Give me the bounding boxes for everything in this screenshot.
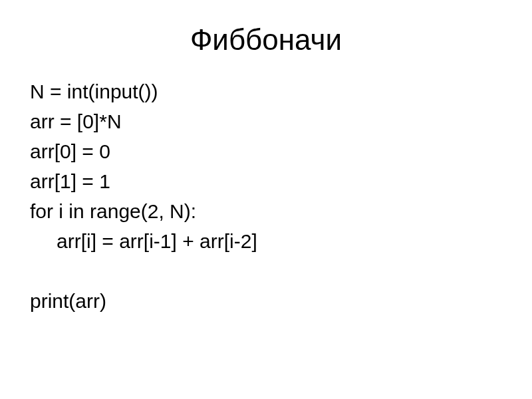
code-line: print(arr) [30,286,505,316]
code-line: arr[1] = 1 [30,166,505,196]
slide-container: Фиббоначи N = int(input()) arr = [0]*N a… [0,0,532,399]
code-line: N = int(input()) [30,76,505,106]
code-line-indented: arr[i] = arr[i-1] + arr[i-2] [30,226,505,256]
code-line: arr = [0]*N [30,106,505,136]
code-block: N = int(input()) arr = [0]*N arr[0] = 0 … [27,76,505,316]
code-line: arr[0] = 0 [30,136,505,166]
blank-line [30,256,505,286]
code-line: for i in range(2, N): [30,196,505,226]
slide-title: Фиббоначи [27,23,505,57]
